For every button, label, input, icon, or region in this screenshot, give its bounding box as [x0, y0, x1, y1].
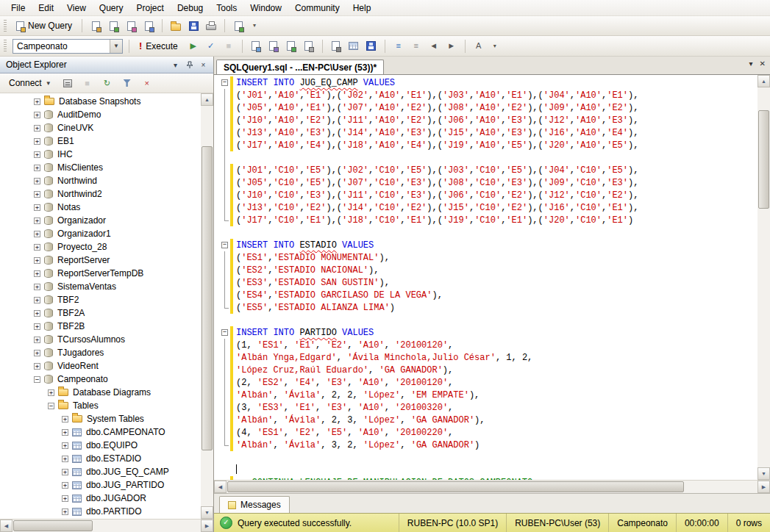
tree-item-eb1[interactable]: +EB1	[0, 134, 201, 148]
tree-item-reportservertempdb[interactable]: +ReportServerTempDB	[0, 267, 201, 280]
outline-collapse-icon[interactable]: −	[220, 239, 230, 251]
window-position-icon[interactable]: ▾	[168, 58, 182, 71]
scroll-down-icon[interactable]: ▼	[757, 467, 770, 480]
outline-collapse-icon[interactable]: −	[220, 326, 230, 339]
refresh-icon[interactable]: ↻	[99, 75, 116, 91]
parse-icon[interactable]: ✓	[202, 38, 220, 54]
expand-icon[interactable]: +	[34, 204, 40, 211]
scroll-up-icon[interactable]: ▲	[757, 75, 770, 87]
editor-line-27[interactable]: (3, 'ES3', 'E1', 'E3', 'A10', '20100320'…	[220, 401, 757, 414]
tree-item-northwind2[interactable]: +Northwind2	[0, 187, 201, 201]
toolbar-grip[interactable]	[4, 40, 7, 52]
expand-icon[interactable]: +	[34, 218, 40, 224]
expand-icon[interactable]: +	[34, 138, 40, 145]
editor-line-15[interactable]: ('ES1','ESTADIO MONUMENTAL'),	[220, 251, 757, 264]
available-databases-combo[interactable]: Campeonato ▼	[13, 39, 123, 54]
menu-debug[interactable]: Debug	[171, 1, 210, 15]
scrollbar-track[interactable]	[201, 106, 213, 506]
active-files-dropdown-icon[interactable]: ▾	[749, 60, 753, 68]
editor-line-5[interactable]: ('J13','A10','E3'),('J14','A10','E3'),('…	[220, 126, 757, 139]
editor-line-4[interactable]: ('J10','A10','E2'),('J11','A10','E2'),('…	[220, 114, 757, 126]
collapse-icon[interactable]: −	[48, 403, 54, 409]
tree-item-proyecto-28[interactable]: +Proyecto_28	[0, 240, 201, 254]
tree-item-system-tables[interactable]: +System Tables	[0, 412, 201, 425]
editor-line-31[interactable]	[220, 451, 757, 464]
open-file-icon[interactable]	[167, 18, 185, 34]
tree-item-dbo-equipo[interactable]: +dbo.EQUIPO	[0, 439, 201, 452]
close-icon[interactable]: ×	[196, 58, 210, 71]
tree-item-dbo-partido[interactable]: +dbo.PARTIDO	[0, 505, 201, 518]
expand-icon[interactable]: +	[34, 363, 40, 370]
menu-query[interactable]: Query	[93, 1, 130, 15]
expand-icon[interactable]: +	[34, 297, 40, 303]
menu-file[interactable]: File	[4, 1, 32, 15]
editor-line-28[interactable]: 'Albán', 'Ávila', 2, 3, 'López', 'GA GAN…	[220, 414, 757, 426]
new-query-button[interactable]: New Query	[11, 18, 77, 33]
editor-line-11[interactable]: ('J13','C10','E2'),('J14','C10','E2'),('…	[220, 201, 757, 214]
editor-line-17[interactable]: ('ES3','ESTADIO SAN GUSTIN'),	[220, 276, 757, 289]
expand-icon[interactable]: +	[34, 257, 40, 264]
menu-help[interactable]: Help	[346, 1, 378, 15]
editor-line-26[interactable]: 'Albán', 'Ávila', 2, 2, 'López', 'EM EMP…	[220, 389, 757, 401]
scrollbar-thumb[interactable]	[13, 520, 93, 531]
expand-icon[interactable]: +	[62, 442, 68, 449]
menu-window[interactable]: Window	[243, 1, 288, 15]
editor-line-16[interactable]: ('ES2','ESTADIO NACIONAL'),	[220, 264, 757, 276]
close-tab-icon[interactable]: ✕	[760, 60, 766, 68]
uncomment-lines-icon[interactable]: ≡	[407, 38, 425, 54]
menu-tools[interactable]: Tools	[210, 1, 243, 15]
scroll-down-icon[interactable]: ▼	[201, 506, 213, 519]
display-estimated-execution-plan-icon[interactable]	[247, 38, 265, 54]
editor-line-21[interactable]: −INSERT INTO PARTIDO VALUES	[220, 326, 757, 339]
disconnect-icon[interactable]	[59, 75, 76, 91]
analysis-services-mdx-query-icon[interactable]	[104, 18, 122, 34]
increase-indent-icon[interactable]: ►	[443, 38, 460, 54]
expand-icon[interactable]: +	[34, 151, 40, 158]
expand-icon[interactable]: +	[34, 178, 40, 184]
tree-item-campeonato[interactable]: −Campeonato	[0, 373, 201, 386]
editor-line-18[interactable]: ('ES4','ESTADIO GARCILASO DE LA VEGA'),	[220, 289, 757, 301]
sql-editor[interactable]: −INSERT INTO JUG_EQ_CAMP VALUES('J01','A…	[214, 75, 757, 480]
include-actual-execution-plan-icon[interactable]	[282, 38, 300, 54]
expand-icon[interactable]: +	[34, 165, 40, 171]
tree-item-database-diagrams[interactable]: +Database Diagrams	[0, 386, 201, 399]
editor-line-23[interactable]: 'Albán Ynga,Edgard', 'Ávila Minchola,Jul…	[220, 351, 757, 364]
menu-view[interactable]: View	[60, 1, 93, 15]
menu-edit[interactable]: Edit	[32, 1, 60, 15]
expand-icon[interactable]: +	[34, 337, 40, 343]
tree-item-tbf2a[interactable]: +TBF2A	[0, 306, 201, 320]
scroll-left-icon[interactable]: ◀	[214, 481, 227, 493]
tree-vertical-scrollbar[interactable]: ▲ ▼	[201, 93, 213, 519]
editor-vertical-scrollbar[interactable]: ▲ ▼	[757, 75, 770, 480]
tree-item-reportserver[interactable]: +ReportServer	[0, 254, 201, 267]
toolbar-overflow-button[interactable]: ▾	[491, 39, 499, 54]
results-to-text-icon[interactable]	[327, 38, 345, 54]
tree-item-dbo-campeonato[interactable]: +dbo.CAMPEONATO	[0, 425, 201, 439]
menu-project[interactable]: Project	[130, 1, 171, 15]
editor-line-7[interactable]	[220, 151, 757, 164]
tree-item-misclientes[interactable]: +MisClientes	[0, 161, 201, 174]
tree-item-dbo-jugador[interactable]: +dbo.JUGADOR	[0, 492, 201, 505]
expand-icon[interactable]: +	[34, 310, 40, 317]
expand-icon[interactable]: +	[62, 469, 68, 475]
filter-icon[interactable]	[118, 75, 136, 91]
editor-line-29[interactable]: (4, 'ES1', 'E2', 'E5', 'A10', '20100220'…	[220, 426, 757, 439]
expand-icon[interactable]: +	[34, 270, 40, 277]
activity-monitor-icon[interactable]	[229, 18, 247, 34]
expand-icon[interactable]: +	[34, 98, 40, 105]
delete-icon[interactable]: ×	[138, 75, 156, 91]
expand-icon[interactable]: +	[34, 191, 40, 198]
tree-item-database-snapshots[interactable]: +Database Snapshots	[0, 95, 201, 108]
tree-item-notas[interactable]: +Notas	[0, 201, 201, 214]
tree-horizontal-scrollbar[interactable]: ◀ ▶	[0, 519, 213, 532]
tree-item-sistemaventas[interactable]: +SistemaVentas	[0, 280, 201, 293]
tree-item-cineuvk[interactable]: +CineUVK	[0, 121, 201, 134]
editor-line-2[interactable]: ('J01','A10','E1'),('J02','A10','E1'),('…	[220, 89, 757, 101]
editor-line-22[interactable]: (1, 'ES1', 'E1', 'E2', 'A10', '20100120'…	[220, 339, 757, 351]
debug-icon[interactable]: ▶	[185, 38, 202, 54]
expand-icon[interactable]: +	[62, 482, 68, 489]
expand-icon[interactable]: +	[62, 456, 68, 462]
specify-template-parameters-icon[interactable]: A	[470, 38, 488, 54]
expand-icon[interactable]: +	[34, 125, 40, 132]
scrollbar-track[interactable]	[757, 87, 770, 467]
